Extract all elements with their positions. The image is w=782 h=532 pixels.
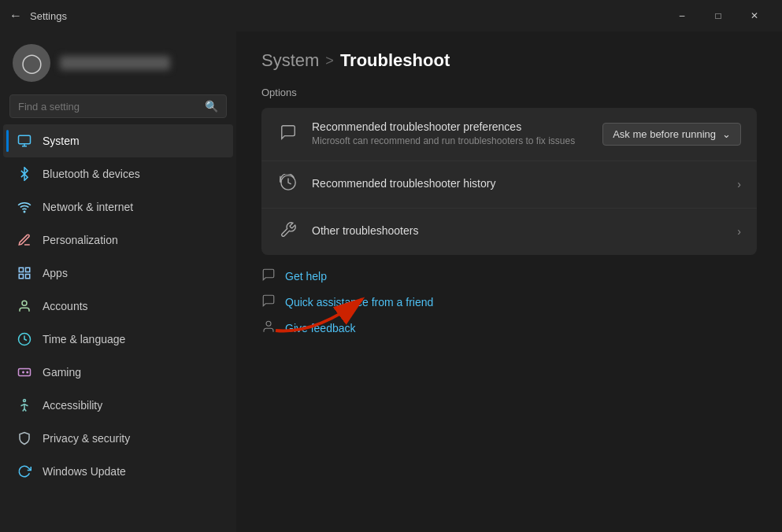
sidebar-item-label: Privacy & security (43, 432, 130, 445)
main-layout: ◯ 🔍 System Bluetooth & devices (0, 31, 782, 532)
recommended-history-icon (277, 174, 299, 195)
ask-before-running-dropdown[interactable]: Ask me before running ⌄ (602, 123, 741, 146)
avatar: ◯ (13, 44, 50, 82)
search-input[interactable] (18, 101, 198, 113)
get-help-label: Get help (285, 270, 327, 283)
sidebar-item-label: System (43, 135, 80, 147)
gaming-icon (16, 364, 33, 381)
user-icon: ◯ (21, 52, 43, 74)
recommended-history-action: › (737, 178, 741, 190)
update-icon (16, 463, 33, 480)
network-icon (16, 198, 33, 216)
system-icon (16, 132, 33, 150)
recommended-history-item[interactable]: Recommended troubleshooter history › (261, 161, 757, 209)
sidebar-item-bluetooth[interactable]: Bluetooth & devices (3, 157, 233, 190)
profile-name (60, 56, 170, 70)
sidebar: ◯ 🔍 System Bluetooth & devices (0, 31, 236, 532)
sidebar-item-label: Accounts (43, 300, 88, 312)
get-help-icon (261, 268, 276, 286)
svg-point-3 (24, 211, 25, 212)
sidebar-item-label: Personalization (43, 234, 118, 246)
sidebar-item-label: Bluetooth & devices (43, 168, 140, 180)
sidebar-item-label: Apps (43, 267, 68, 279)
chevron-right-icon: › (737, 178, 741, 190)
sidebar-item-update[interactable]: Windows Update (3, 455, 233, 488)
recommended-prefs-title: Recommended troubleshooter preferences (312, 120, 590, 133)
quick-assistance-link[interactable]: Quick assistance from a friend (261, 294, 757, 312)
svg-point-8 (22, 301, 27, 305)
other-troubleshooters-action: › (737, 225, 741, 238)
sidebar-item-label: Gaming (43, 366, 81, 379)
give-feedback-label: Give feedback (285, 322, 356, 334)
recommended-history-title: Recommended troubleshooter history (312, 177, 725, 190)
sidebar-item-network[interactable]: Network & internet (3, 190, 233, 224)
breadcrumb-parent: System (261, 50, 319, 71)
svg-rect-5 (26, 268, 30, 272)
privacy-icon (16, 430, 33, 447)
back-icon[interactable]: ← (9, 9, 22, 23)
recommended-prefs-text: Recommended troubleshooter preferences M… (312, 120, 590, 148)
bluetooth-icon (16, 165, 33, 183)
maximize-button[interactable]: □ (700, 0, 736, 31)
accessibility-icon (16, 397, 33, 414)
recommended-prefs-action: Ask me before running ⌄ (602, 123, 741, 146)
search-box[interactable]: 🔍 (9, 94, 227, 118)
sidebar-item-gaming[interactable]: Gaming (3, 356, 233, 389)
quick-assistance-label: Quick assistance from a friend (285, 296, 433, 308)
breadcrumb: System > Troubleshoot (261, 50, 757, 71)
content-area: System > Troubleshoot Options Recommende… (236, 31, 782, 532)
help-links: Get help Quick assistance from a friend … (261, 268, 757, 338)
dropdown-chevron: ⌄ (722, 128, 731, 140)
get-help-link[interactable]: Get help (261, 268, 757, 286)
give-feedback-icon (261, 320, 276, 338)
titlebar: ← Settings – □ ✕ (0, 0, 782, 31)
svg-rect-7 (26, 275, 30, 279)
breadcrumb-current: Troubleshoot (340, 50, 450, 71)
apps-icon (16, 264, 33, 282)
svg-point-17 (266, 321, 271, 326)
breadcrumb-separator: > (325, 53, 334, 69)
give-feedback-link[interactable]: Give feedback (261, 320, 757, 338)
options-card: Recommended troubleshooter preferences M… (261, 108, 757, 255)
personalization-icon (16, 231, 33, 249)
recommended-prefs-desc: Microsoft can recommend and run troubles… (312, 135, 590, 148)
quick-assistance-icon (261, 294, 276, 312)
other-troubleshooters-text: Other troubleshooters (312, 224, 725, 238)
time-icon (16, 331, 33, 348)
other-troubleshooters-item[interactable]: Other troubleshooters › (261, 209, 757, 255)
sidebar-item-accessibility[interactable]: Accessibility (3, 389, 233, 422)
sidebar-item-system[interactable]: System (3, 124, 233, 157)
svg-rect-0 (19, 135, 31, 144)
recommended-history-text: Recommended troubleshooter history (312, 177, 725, 191)
recommended-prefs-icon (277, 124, 299, 145)
chevron-right-icon: › (737, 225, 741, 238)
minimize-button[interactable]: – (664, 0, 700, 31)
sidebar-item-label: Time & language (43, 333, 125, 345)
sidebar-item-label: Windows Update (43, 465, 126, 478)
sidebar-item-label: Network & internet (43, 201, 133, 213)
close-button[interactable]: ✕ (736, 0, 773, 31)
svg-point-14 (24, 400, 26, 402)
svg-rect-4 (19, 268, 23, 272)
section-options-label: Options (261, 87, 757, 98)
sidebar-item-time[interactable]: Time & language (3, 323, 233, 356)
svg-point-13 (27, 371, 28, 373)
other-troubleshooters-icon (277, 221, 299, 242)
accounts-icon (16, 297, 33, 315)
svg-rect-6 (19, 275, 23, 279)
titlebar-controls: – □ ✕ (664, 0, 773, 31)
titlebar-title: Settings (30, 10, 67, 22)
other-troubleshooters-title: Other troubleshooters (312, 224, 725, 237)
dropdown-label: Ask me before running (613, 128, 716, 140)
profile-section: ◯ (0, 31, 236, 91)
sidebar-item-personalization[interactable]: Personalization (3, 224, 233, 257)
search-icon: 🔍 (205, 100, 218, 113)
sidebar-nav: System Bluetooth & devices Network & int… (0, 124, 236, 488)
sidebar-item-label: Accessibility (43, 399, 102, 412)
titlebar-left: ← Settings (9, 9, 67, 23)
sidebar-item-apps[interactable]: Apps (3, 257, 233, 290)
sidebar-item-privacy[interactable]: Privacy & security (3, 422, 233, 455)
sidebar-item-accounts[interactable]: Accounts (3, 290, 233, 323)
recommended-prefs-item[interactable]: Recommended troubleshooter preferences M… (261, 108, 757, 161)
